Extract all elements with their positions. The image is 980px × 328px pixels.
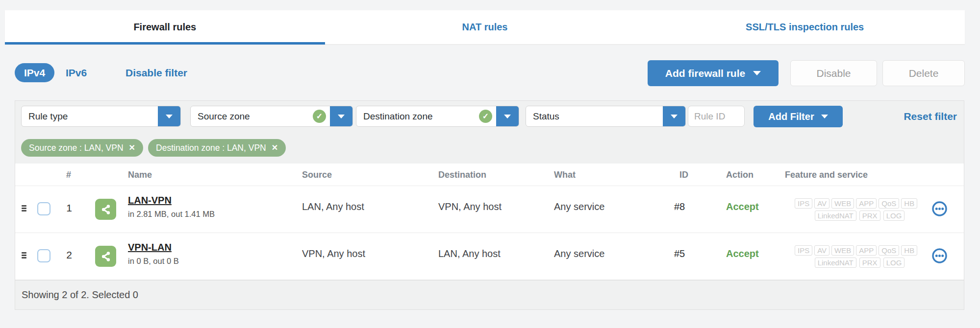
cell-source: LAN, Any host <box>302 201 364 212</box>
cell-destination: VPN, Any host <box>438 201 502 212</box>
badge-linkednat: LinkedNAT <box>815 258 856 268</box>
feature-badges: IPS AV WEB APP QoS HB LinkedNAT PRX LOG <box>795 245 925 268</box>
badge-log: LOG <box>883 211 905 221</box>
badge-web: WEB <box>831 198 854 209</box>
dropdown-button[interactable] <box>663 106 685 126</box>
badge-hb: HB <box>901 245 917 256</box>
filter-select-label: Destination zone <box>356 106 479 126</box>
badge-av: AV <box>814 198 829 209</box>
filter-select-status[interactable]: Status <box>526 106 686 127</box>
filter-bar: Rule type Source zone ✓ Destination zone… <box>15 101 964 132</box>
cell-source: VPN, Any host <box>302 248 365 259</box>
tab-firewall-rules[interactable]: Firewall rules <box>5 10 325 44</box>
rules-tab-bar: Firewall rules NAT rules SSL/TLS inspect… <box>5 10 965 45</box>
disable-filter-link[interactable]: Disable filter <box>126 63 187 82</box>
dropdown-button[interactable] <box>330 106 352 126</box>
cell-destination: LAN, Any host <box>438 248 501 259</box>
filter-select-label: Status <box>526 106 663 126</box>
badge-ips: IPS <box>795 245 812 256</box>
chevron-down-icon <box>753 71 761 75</box>
column-header-feature-service: Feature and service <box>785 170 868 180</box>
rule-traffic-stats: in 0 B, out 0 B <box>128 257 179 266</box>
rule-traffic-stats: in 2.81 MB, out 1.41 MB <box>128 210 215 219</box>
check-circle-icon: ✓ <box>479 110 492 123</box>
filter-select-destination-zone[interactable]: Destination zone ✓ <box>356 106 519 127</box>
badge-prx: PRX <box>859 258 880 268</box>
reset-filter-link[interactable]: Reset filter <box>904 101 957 132</box>
chevron-down-icon <box>504 115 511 118</box>
rule-name-link[interactable]: VPN-LAN <box>128 242 179 253</box>
badge-qos: QoS <box>879 245 899 256</box>
ellipsis-menu-icon[interactable] <box>931 248 948 264</box>
column-header-id: ID <box>679 170 688 180</box>
add-filter-button[interactable]: Add Filter <box>754 106 843 127</box>
rule-name-link[interactable]: LAN-VPN <box>128 195 215 206</box>
chevron-down-icon <box>821 115 828 118</box>
row-number: 2 <box>62 249 76 261</box>
badge-av: AV <box>814 245 829 256</box>
column-header-action: Action <box>726 170 754 180</box>
cell-rule-id: #8 <box>674 201 685 212</box>
badge-app: APP <box>856 245 877 256</box>
chevron-down-icon <box>166 115 173 118</box>
row-number: 1 <box>62 202 76 214</box>
table-footer: Showing 2 of 2. Selected 0 <box>15 280 964 309</box>
badge-web: WEB <box>831 245 854 256</box>
table-row: 2 VPN-LAN in 0 B, out 0 B VPN, Any host … <box>15 233 964 280</box>
add-firewall-rule-button[interactable]: Add firewall rule <box>648 60 779 86</box>
badge-log: LOG <box>883 258 905 268</box>
badge-ips: IPS <box>795 198 812 209</box>
badge-qos: QoS <box>879 198 899 209</box>
ipv6-toggle[interactable]: IPv6 <box>66 63 87 82</box>
tab-nat-rules[interactable]: NAT rules <box>325 10 645 44</box>
filter-select-source-zone[interactable]: Source zone ✓ <box>190 106 353 127</box>
badge-app: APP <box>856 198 877 209</box>
table-header-row: # Name Source Destination What ID Action… <box>15 164 964 186</box>
chip-label: Destination zone : LAN, VPN <box>156 143 266 153</box>
drag-handle-icon[interactable] <box>22 205 26 212</box>
filter-select-label: Rule type <box>22 106 158 126</box>
dropdown-button[interactable] <box>496 106 519 126</box>
rule-type-share-icon <box>95 246 116 267</box>
check-circle-icon: ✓ <box>313 110 326 123</box>
rule-id-input[interactable] <box>688 106 745 127</box>
cell-action-accept: Accept <box>726 248 759 259</box>
column-header-what: What <box>554 170 576 180</box>
column-header-number: # <box>66 170 71 180</box>
rule-name-block: VPN-LAN in 0 B, out 0 B <box>128 242 179 266</box>
disable-button[interactable]: Disable <box>790 60 877 86</box>
filter-chip-destination-zone: Destination zone : LAN, VPN ✕ <box>148 139 286 157</box>
delete-button[interactable]: Delete <box>882 60 965 86</box>
filter-select-rule-type[interactable]: Rule type <box>21 106 181 127</box>
badge-hb: HB <box>901 198 917 209</box>
chevron-down-icon <box>338 115 345 118</box>
dropdown-button[interactable] <box>158 106 180 126</box>
rules-panel: Rule type Source zone ✓ Destination zone… <box>15 100 964 310</box>
badge-linkednat: LinkedNAT <box>815 211 856 221</box>
badge-prx: PRX <box>859 211 880 221</box>
rule-type-share-icon <box>95 199 116 220</box>
drag-handle-icon[interactable] <box>22 252 26 259</box>
tab-ssl-tls-inspection-rules[interactable]: SSL/TLS inspection rules <box>645 10 965 44</box>
cell-rule-id: #5 <box>674 248 685 259</box>
add-firewall-rule-label: Add firewall rule <box>665 68 745 79</box>
chevron-down-icon <box>671 115 678 118</box>
showing-summary: Showing 2 of 2. Selected 0 <box>22 289 138 301</box>
column-header-name: Name <box>128 170 152 180</box>
add-filter-label: Add Filter <box>768 111 814 122</box>
ellipsis-menu-icon[interactable] <box>931 201 948 217</box>
ipv4-toggle[interactable]: IPv4 <box>15 63 54 82</box>
rule-name-block: LAN-VPN in 2.81 MB, out 1.41 MB <box>128 195 215 219</box>
cell-what: Any service <box>554 248 604 259</box>
row-checkbox[interactable] <box>37 202 50 215</box>
row-checkbox[interactable] <box>37 249 50 262</box>
filter-select-label: Source zone <box>191 106 313 126</box>
column-header-source: Source <box>302 170 332 180</box>
column-header-destination: Destination <box>438 170 486 180</box>
filter-chip-source-zone: Source zone : LAN, VPN ✕ <box>21 139 143 157</box>
firewall-rules-page: Firewall rules NAT rules SSL/TLS inspect… <box>0 0 980 328</box>
table-row: 1 LAN-VPN in 2.81 MB, out 1.41 MB LAN, A… <box>15 186 964 233</box>
cell-action-accept: Accept <box>726 201 759 212</box>
close-icon[interactable]: ✕ <box>272 144 278 152</box>
close-icon[interactable]: ✕ <box>129 144 135 152</box>
